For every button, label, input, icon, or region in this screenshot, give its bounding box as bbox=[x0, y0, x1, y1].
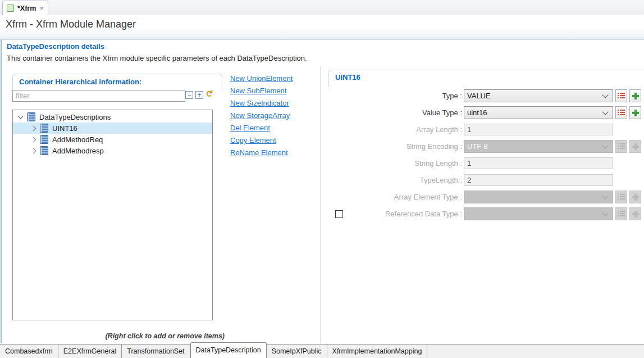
string-length-input: 1 bbox=[464, 157, 613, 169]
string-encoding-list-button bbox=[615, 140, 627, 153]
tab-transformationset[interactable]: TransformationSet bbox=[122, 345, 190, 358]
plus-icon bbox=[632, 110, 639, 116]
tab-xfrmimplementationmapping[interactable]: XfrmImplementationMapping bbox=[327, 345, 428, 358]
field-row-array-length: Array Length : 1 bbox=[328, 123, 644, 136]
xfrm-module-manager-window: *Xfrm × Xfrm - Xfrm Module Manager DataT… bbox=[0, 0, 644, 358]
tree-item-label: AddMethodresp bbox=[52, 147, 104, 155]
plus-icon bbox=[632, 143, 639, 150]
field-row-type-length: TypeLength : 2 bbox=[328, 174, 644, 187]
array-element-type-combobox bbox=[464, 191, 613, 203]
section-title: DataTypeDescription details bbox=[7, 42, 104, 51]
datatype-tree: DataTypeDescriptions UINT16 AddMethodReq… bbox=[12, 110, 213, 320]
field-label: Referenced Data Type : bbox=[328, 210, 464, 218]
field-row-referenced-data-type: Referenced Data Type : bbox=[328, 207, 644, 220]
editor-file-icon bbox=[7, 4, 14, 12]
field-label: Type : bbox=[328, 92, 464, 100]
string-encoding-add-button bbox=[629, 140, 641, 153]
new-storagearray-link[interactable]: New StorageArray bbox=[230, 112, 293, 120]
combo-value: UTF-8 bbox=[467, 142, 488, 151]
type-add-button[interactable] bbox=[629, 89, 641, 102]
list-icon bbox=[618, 194, 625, 200]
array-element-type-list-button bbox=[615, 191, 627, 203]
value-type-add-button[interactable] bbox=[629, 106, 641, 119]
container-icon bbox=[40, 146, 48, 155]
copy-element-link[interactable]: Copy Element bbox=[230, 137, 293, 144]
container-icon bbox=[40, 124, 48, 133]
refresh-icon[interactable]: ↻ bbox=[204, 90, 214, 97]
field-label: Value Type : bbox=[328, 108, 464, 117]
tab-combasedxfrm[interactable]: Combasedxfrm bbox=[0, 345, 58, 358]
field-label: String Length : bbox=[328, 159, 464, 167]
field-row-value-type: Value Type : uint16 bbox=[328, 106, 644, 119]
chevron-right-icon[interactable] bbox=[31, 148, 36, 153]
new-subelement-link[interactable]: New SubElement bbox=[230, 87, 293, 95]
tree-item-root[interactable]: DataTypeDescriptions bbox=[13, 111, 212, 123]
action-links: New UnionElement New SubElement New Size… bbox=[230, 75, 293, 157]
tree-item-label: DataTypeDescriptions bbox=[39, 113, 111, 121]
field-row-string-length: String Length : 1 bbox=[328, 157, 644, 170]
input-value: 2 bbox=[467, 176, 471, 184]
tree-item-addmethodreq[interactable]: AddMethodReq bbox=[13, 134, 212, 145]
field-row-string-encoding: String Encoding : UTF-8 bbox=[328, 140, 644, 153]
new-unionelement-link[interactable]: New UnionElement bbox=[230, 75, 293, 83]
chevron-down-icon bbox=[602, 210, 608, 216]
detail-section-outline bbox=[328, 70, 644, 87]
referenced-data-type-checkbox[interactable] bbox=[335, 210, 343, 218]
editor-tab-xfrm[interactable]: *Xfrm × bbox=[2, 1, 48, 15]
tree-item-addmethodresp[interactable]: AddMethodresp bbox=[13, 145, 212, 156]
type-length-input: 2 bbox=[464, 174, 613, 186]
referenced-data-type-list-button bbox=[615, 207, 627, 220]
tree-item-uint16[interactable]: UINT16 bbox=[13, 123, 212, 134]
field-row-type: Type : VALUE bbox=[328, 89, 644, 102]
tab-someipxfpublic[interactable]: SomeIpXfPublic bbox=[267, 345, 327, 358]
close-icon[interactable]: × bbox=[39, 5, 44, 11]
tab-e2exfrmgeneral[interactable]: E2EXfrmGeneral bbox=[58, 345, 122, 358]
string-encoding-combobox: UTF-8 bbox=[464, 140, 613, 153]
container-icon bbox=[27, 112, 35, 121]
type-combobox[interactable]: VALUE bbox=[464, 89, 613, 102]
value-type-combobox[interactable]: uint16 bbox=[464, 106, 613, 119]
referenced-data-type-add-button bbox=[629, 207, 641, 220]
combo-value: VALUE bbox=[467, 92, 491, 100]
collapse-all-button[interactable]: − bbox=[185, 91, 193, 99]
chevron-down-icon bbox=[602, 193, 608, 199]
combo-value: uint16 bbox=[467, 108, 487, 117]
page-title: Xfrm - Xfrm Module Manager bbox=[6, 19, 136, 30]
del-element-link[interactable]: Del Element bbox=[230, 124, 293, 132]
field-label: TypeLength : bbox=[328, 176, 464, 184]
form-heading: Xfrm - Xfrm Module Manager bbox=[0, 15, 644, 40]
tab-datatypedescription[interactable]: DataTypeDescription bbox=[190, 342, 267, 358]
field-label: Array Element Type : bbox=[328, 193, 464, 201]
input-value: 1 bbox=[467, 125, 471, 134]
section-left-border bbox=[1, 40, 2, 343]
input-value: 1 bbox=[467, 159, 471, 167]
referenced-data-type-combobox bbox=[464, 207, 613, 220]
chevron-down-icon bbox=[602, 108, 608, 115]
chevron-down-icon bbox=[602, 142, 608, 148]
list-icon bbox=[618, 93, 625, 99]
array-length-input: 1 bbox=[464, 124, 613, 135]
list-icon bbox=[618, 110, 625, 116]
tree-item-label: UINT16 bbox=[52, 124, 77, 133]
detail-section-title: UINT16 bbox=[335, 73, 360, 81]
pane-divider[interactable] bbox=[320, 66, 321, 344]
list-icon bbox=[618, 211, 625, 217]
section-description: This container containers the Xfrm modul… bbox=[7, 54, 307, 62]
plus-icon bbox=[632, 211, 639, 217]
expand-all-button[interactable]: + bbox=[195, 91, 203, 99]
editor-tab-bar: *Xfrm × bbox=[0, 0, 644, 15]
type-list-button[interactable] bbox=[615, 89, 627, 102]
chevron-down-icon[interactable] bbox=[18, 114, 24, 119]
detail-form: Type : VALUE Value Type : uint16 Array L… bbox=[328, 89, 644, 224]
hierarchy-section-title: Container Hierarchical information: bbox=[19, 78, 141, 86]
tree-item-label: AddMethodReq bbox=[52, 135, 103, 144]
filter-input[interactable] bbox=[12, 90, 185, 102]
field-label: String Encoding : bbox=[328, 142, 464, 151]
value-type-list-button[interactable] bbox=[615, 106, 627, 119]
new-sizeindicator-link[interactable]: New SizeIndicator bbox=[230, 99, 293, 107]
editor-tab-title: *Xfrm bbox=[17, 4, 36, 12]
rename-element-link[interactable]: ReName Element bbox=[230, 149, 293, 157]
chevron-right-icon[interactable] bbox=[31, 125, 36, 131]
plus-icon bbox=[632, 194, 639, 201]
chevron-right-icon[interactable] bbox=[31, 137, 36, 142]
